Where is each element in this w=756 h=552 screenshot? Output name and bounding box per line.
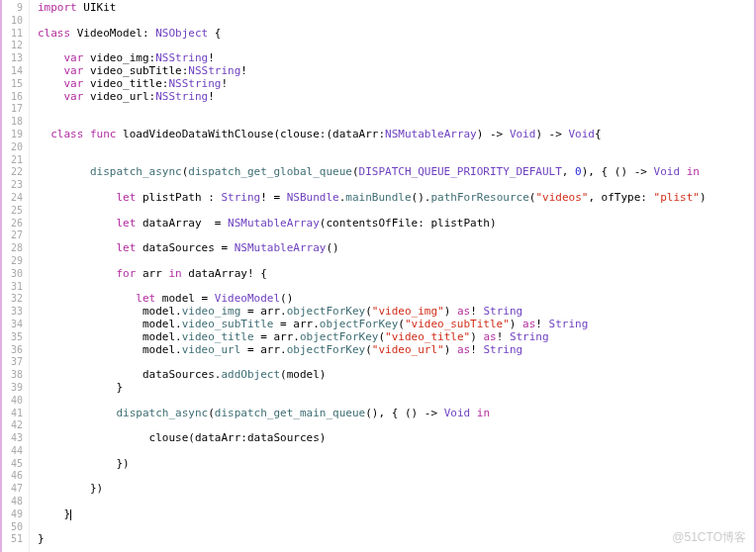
line-number: 44: [2, 445, 23, 458]
code-line[interactable]: [38, 470, 756, 483]
code-line[interactable]: dataSources.addObject(model): [38, 369, 756, 382]
line-number: 36: [2, 344, 23, 357]
line-number: 31: [2, 281, 23, 294]
line-number: 32: [2, 293, 23, 306]
line-number: 42: [2, 419, 23, 432]
line-number: 30: [2, 268, 23, 281]
line-number: 11: [2, 28, 23, 41]
line-number: 49: [2, 508, 23, 521]
code-line[interactable]: clouse(dataArr:dataSources): [38, 432, 756, 445]
code-line[interactable]: }): [38, 458, 756, 471]
line-number: 21: [2, 154, 23, 167]
code-line[interactable]: }: [38, 508, 756, 521]
line-number: 20: [2, 141, 23, 154]
line-number: 51: [2, 533, 23, 546]
line-number: 24: [2, 192, 23, 205]
line-number: 29: [2, 255, 23, 268]
line-number: 37: [2, 356, 23, 369]
code-line[interactable]: class VideoModel: NSObject {: [38, 28, 756, 41]
line-number: 48: [2, 496, 23, 508]
line-number: 41: [2, 408, 23, 420]
line-number: 17: [2, 103, 23, 116]
line-number: 14: [2, 65, 23, 78]
code-line[interactable]: model.video_url = arr.objectForKey("vide…: [38, 344, 756, 357]
line-number: 40: [2, 395, 23, 408]
code-line[interactable]: import UIKit: [38, 2, 756, 15]
code-line[interactable]: var video_url:NSString!: [38, 91, 756, 104]
line-number: 28: [2, 242, 23, 255]
line-number: 33: [2, 306, 23, 319]
code-line[interactable]: let dataArray = NSMutableArray(contentsO…: [38, 218, 756, 230]
line-number: 34: [2, 319, 23, 331]
text-cursor: [70, 509, 71, 520]
code-line[interactable]: [38, 521, 756, 534]
line-number: 22: [2, 166, 23, 179]
code-line[interactable]: dispatch_async(dispatch_get_main_queue()…: [38, 408, 756, 420]
watermark-text: @51CTO博客: [672, 529, 746, 546]
line-number: 38: [2, 369, 23, 382]
code-line[interactable]: [38, 445, 756, 458]
line-number: 27: [2, 230, 23, 242]
code-line[interactable]: let dataSources = NSMutableArray(): [38, 242, 756, 255]
code-line[interactable]: }: [38, 382, 756, 395]
code-line[interactable]: dispatch_async(dispatch_get_global_queue…: [38, 166, 756, 179]
code-content[interactable]: import UIKit class VideoModel: NSObject …: [30, 0, 756, 552]
line-number: 18: [2, 116, 23, 129]
line-number-gutter: 9101112131415161718192021222324252627282…: [2, 0, 30, 552]
line-number: 50: [2, 521, 23, 534]
line-number: 43: [2, 432, 23, 445]
code-line[interactable]: class func loadVideoDataWithClouse(clous…: [38, 129, 756, 141]
line-number: 35: [2, 331, 23, 344]
line-number: 10: [2, 15, 23, 28]
line-number: 19: [2, 129, 23, 141]
line-number: 23: [2, 179, 23, 192]
line-number: 25: [2, 205, 23, 218]
line-number: 9: [2, 2, 23, 15]
line-number: 13: [2, 52, 23, 65]
code-line[interactable]: [38, 103, 756, 116]
line-number: 47: [2, 483, 23, 496]
code-line[interactable]: [38, 496, 756, 508]
code-line[interactable]: }): [38, 483, 756, 496]
line-number: 15: [2, 78, 23, 91]
line-number: 16: [2, 91, 23, 104]
code-line[interactable]: }: [38, 533, 756, 546]
code-editor[interactable]: 9101112131415161718192021222324252627282…: [2, 0, 756, 552]
code-line[interactable]: for arr in dataArray! {: [38, 268, 756, 281]
line-number: 26: [2, 218, 23, 230]
line-number: 46: [2, 470, 23, 483]
code-line[interactable]: let plistPath : String! = NSBundle.mainB…: [38, 192, 756, 205]
line-number: 45: [2, 458, 23, 471]
line-number: 39: [2, 382, 23, 395]
code-line[interactable]: [38, 141, 756, 154]
line-number: 12: [2, 40, 23, 52]
